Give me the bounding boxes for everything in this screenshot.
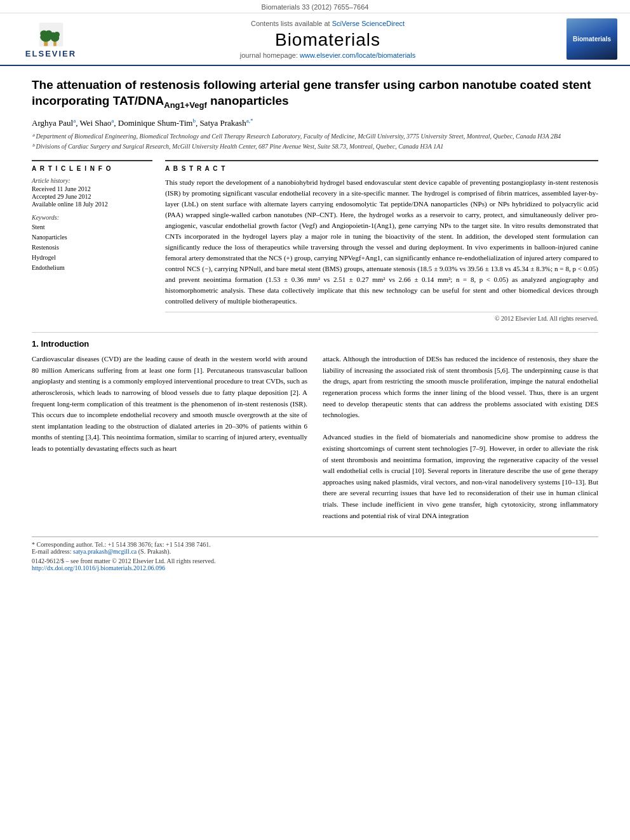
article-title: The attenuation of restenosis following … — [32, 77, 598, 110]
affil-a: ᵃ Department of Biomedical Engineering, … — [32, 132, 598, 141]
email-link[interactable]: satya.prakash@mcgill.ca — [73, 548, 137, 555]
received-date: Received 11 June 2012 — [32, 185, 152, 192]
intro-col-left: Cardiovascular diseases (CVD) are the le… — [32, 354, 307, 521]
email-note: E-mail address: satya.prakash@mcgill.ca … — [32, 548, 598, 555]
journal-homepage: journal homepage: www.elsevier.com/locat… — [89, 51, 566, 59]
intro-text-left: Cardiovascular diseases (CVD) are the le… — [32, 354, 307, 454]
article-history-label: Article history: — [32, 177, 152, 184]
section-divider — [32, 332, 598, 333]
intro-title: Introduction — [41, 339, 89, 349]
intro-body-cols: Cardiovascular diseases (CVD) are the le… — [32, 354, 598, 521]
intro-section-title: 1. Introduction — [32, 339, 598, 349]
article-container: The attenuation of restenosis following … — [0, 66, 630, 582]
footer-notes: * Corresponding author. Tel.: +1 514 398… — [32, 537, 598, 571]
keyword-hydrogel: Hydrogel — [32, 253, 152, 263]
affil-b: ᵇ Divisions of Cardiac Surgery and Surgi… — [32, 142, 598, 151]
abstract-label: A B S T R A C T — [165, 165, 598, 172]
svg-point-8 — [54, 32, 60, 37]
accepted-date: Accepted 29 June 2012 — [32, 193, 152, 200]
introduction-section: 1. Introduction Cardiovascular diseases … — [32, 339, 598, 521]
journal-header-main: ELSEVIER Contents lists available at Sci… — [0, 13, 630, 66]
abstract-text: This study report the development of a n… — [165, 177, 598, 307]
journal-ref: Biomaterials 33 (2012) 7655–7664 — [262, 3, 369, 11]
available-date: Available online 18 July 2012 — [32, 201, 152, 208]
affiliations: ᵃ Department of Biomedical Engineering, … — [32, 132, 598, 151]
biomaterials-logo-text: Biomaterials — [573, 36, 611, 43]
author-arghya: Arghya Paula, Wei Shaoa, Dominique Shum-… — [32, 118, 253, 128]
homepage-prefix: journal homepage: — [240, 51, 300, 59]
info-abstract-section: A R T I C L E I N F O Article history: R… — [32, 160, 598, 323]
journal-title-main: Biomaterials — [89, 30, 566, 50]
doi-link[interactable]: http://dx.doi.org/10.1016/j.biomaterials… — [32, 564, 165, 571]
abstract-col: A B S T R A C T This study report the de… — [165, 160, 598, 323]
homepage-url[interactable]: www.elsevier.com/locate/biomaterials — [300, 51, 415, 59]
intro-col-right: attack. Although the introduction of DES… — [323, 354, 598, 521]
keyword-restenosis: Restenosis — [32, 243, 152, 253]
sciverse-prefix: Contents lists available at — [251, 20, 330, 27]
keyword-nanoparticles: Nanoparticles — [32, 232, 152, 243]
issn-text: 0142-9612/$ – see front matter © 2012 El… — [32, 557, 215, 564]
issn-line: 0142-9612/$ – see front matter © 2012 El… — [32, 557, 598, 564]
header-center: Contents lists available at SciVerse Sci… — [89, 20, 566, 59]
keyword-stent: Stent — [32, 222, 152, 232]
copyright-line: © 2012 Elsevier Ltd. All rights reserved… — [165, 312, 598, 322]
sciverse-link[interactable]: SciVerse ScienceDirect — [332, 20, 405, 27]
title-part1: The attenuation of restenosis following … — [32, 78, 591, 107]
elsevier-logo: ELSEVIER — [13, 20, 89, 58]
journal-header-top: Biomaterials 33 (2012) 7655–7664 — [0, 0, 630, 13]
elsevier-tree-icon — [37, 20, 65, 49]
keyword-endothelium: Endothelium — [32, 263, 152, 273]
article-info-label: A R T I C L E I N F O — [32, 165, 152, 172]
elsevier-text: ELSEVIER — [25, 49, 76, 58]
keywords-label: Keywords: — [32, 214, 152, 221]
doi-line: http://dx.doi.org/10.1016/j.biomaterials… — [32, 564, 598, 571]
email-person: (S. Prakash). — [138, 548, 171, 555]
email-label: E-mail address: — [32, 548, 71, 555]
author-list: Arghya Paula, Wei Shaoa, Dominique Shum-… — [32, 117, 598, 128]
biomaterials-logo-box: Biomaterials — [566, 18, 617, 60]
title-subscript: Ang1+Vegf — [164, 100, 207, 109]
intro-num: 1. — [32, 339, 39, 349]
sciverse-line: Contents lists available at SciVerse Sci… — [89, 20, 566, 27]
corresponding-note: * Corresponding author. Tel.: +1 514 398… — [32, 541, 598, 548]
title-part2: nanoparticles — [207, 94, 289, 107]
article-info-col: A R T I C L E I N F O Article history: R… — [32, 160, 152, 323]
intro-text-right: attack. Although the introduction of DES… — [323, 354, 598, 521]
